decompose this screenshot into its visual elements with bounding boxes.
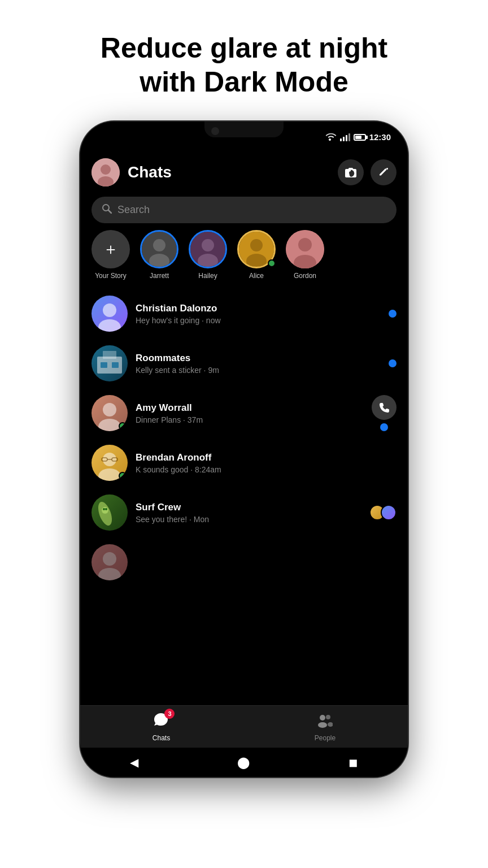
svg-rect-25: [103, 351, 116, 359]
story-avatar-jarrett[interactable]: [140, 230, 178, 268]
story-label-alice: Alice: [249, 272, 264, 280]
nav-item-people[interactable]: People: [315, 712, 336, 742]
chat-item-surf[interactable]: Surf Crew See you there! · Mon: [80, 488, 408, 537]
battery-icon: [354, 134, 366, 141]
compose-button[interactable]: [371, 159, 396, 185]
chat-avatar-christian: [91, 296, 128, 332]
status-right: 12:30: [325, 132, 391, 142]
home-button[interactable]: ⬤: [237, 756, 250, 769]
chat-list: Christian Dalonzo Hey how's it going · n…: [80, 289, 408, 705]
svg-point-27: [103, 403, 116, 416]
add-story-btn[interactable]: ＋: [91, 230, 130, 268]
story-avatar-alice[interactable]: [237, 230, 276, 268]
surf-group-avatars: [369, 505, 396, 520]
chat-info-amy: Amy Worrall Dinner Plans · 37m: [136, 402, 364, 424]
svg-point-19: [103, 303, 116, 317]
svg-rect-24: [112, 362, 119, 368]
story-item-gordon[interactable]: Gordon: [286, 230, 324, 280]
svg-point-3: [349, 171, 352, 175]
chat-preview-amy: Dinner Plans · 37m: [136, 415, 364, 424]
chat-name-roommates: Roommates: [136, 353, 381, 364]
chats-badge: 3: [164, 709, 175, 719]
story-item-alice[interactable]: Alice: [237, 230, 276, 280]
chat-meta-surf: [369, 505, 396, 520]
unread-dot-amy: [380, 423, 388, 431]
page-headline: Reduce glare at night with Dark Mode: [55, 0, 433, 121]
chats-nav-label: Chats: [152, 734, 170, 742]
story-label-jarrett: Jarrett: [150, 272, 169, 280]
svg-point-43: [320, 715, 325, 721]
svg-point-28: [98, 419, 121, 431]
chat-preview-christian: Hey how's it going · now: [136, 316, 381, 325]
chats-nav-icon: 3: [153, 712, 169, 732]
story-avatar-hailey[interactable]: [189, 230, 227, 268]
chat-avatar-roommates: [91, 345, 128, 381]
nav-item-chats[interactable]: 3 Chats: [152, 712, 170, 742]
story-label-gordon: Gordon: [294, 272, 316, 280]
story-item-hailey[interactable]: Hailey: [189, 230, 227, 280]
self-avatar[interactable]: [91, 158, 120, 186]
call-button-amy[interactable]: [372, 395, 396, 420]
phone-shell: 12:30 Chats: [80, 121, 408, 777]
svg-point-16: [298, 238, 312, 251]
headline-line2: with Dark Mode: [140, 66, 348, 98]
svg-point-42: [98, 568, 121, 580]
chat-meta-amy: [372, 395, 396, 431]
chat-preview-roommates: Kelly sent a sticker · 9m: [136, 366, 381, 375]
chat-item-brendan[interactable]: Brendan Aronoff K sounds good · 8:24am: [80, 438, 408, 488]
unread-dot-christian: [389, 310, 396, 318]
phone-device: 12:30 Chats: [80, 121, 408, 777]
story-item-your-story[interactable]: ＋ Your Story: [91, 230, 130, 280]
chat-info-christian: Christian Dalonzo Hey how's it going · n…: [136, 303, 381, 325]
svg-point-46: [328, 722, 333, 727]
camera-button[interactable]: [338, 159, 364, 185]
app-content: Chats: [80, 153, 408, 777]
bottom-nav: 3 Chats People: [80, 705, 408, 748]
svg-point-44: [318, 722, 327, 728]
recents-button[interactable]: ◼: [348, 756, 358, 769]
svg-point-37: [102, 507, 108, 514]
chat-name-surf: Surf Crew: [136, 502, 361, 513]
chat-info-brendan: Brendan Aronoff K sounds good · 8:24am: [136, 452, 389, 474]
chat-preview-surf: See you there! · Mon: [136, 515, 361, 524]
svg-point-1: [101, 164, 111, 175]
chat-info-surf: Surf Crew See you there! · Mon: [136, 502, 361, 524]
chat-name-brendan: Brendan Aronoff: [136, 452, 389, 463]
chat-item-partial[interactable]: [80, 537, 408, 587]
chat-item-roommates[interactable]: Roommates Kelly sent a sticker · 9m: [80, 338, 408, 388]
chat-avatar-surf: [91, 494, 128, 531]
search-placeholder: Search: [117, 204, 150, 216]
search-bar[interactable]: Search: [91, 197, 396, 223]
signal-icon: [340, 133, 350, 141]
chat-avatar-brendan: [91, 445, 128, 481]
svg-point-41: [103, 552, 116, 566]
svg-line-5: [108, 210, 111, 213]
story-label-your-story: Your Story: [95, 272, 127, 280]
headline-line1: Reduce glare at night: [101, 32, 387, 64]
svg-point-20: [98, 319, 121, 332]
camera-hole: [211, 127, 219, 135]
search-icon: [102, 203, 112, 216]
app-header: Chats: [80, 153, 408, 192]
chat-item-amy[interactable]: Amy Worrall Dinner Plans · 37m: [80, 388, 408, 438]
chat-name-christian: Christian Dalonzo: [136, 303, 381, 314]
chat-meta-roommates: [389, 359, 396, 367]
chat-avatar-partial: [91, 544, 128, 580]
svg-point-31: [98, 468, 121, 481]
svg-rect-23: [101, 362, 107, 368]
people-nav-icon: [317, 712, 333, 732]
svg-point-45: [326, 715, 330, 719]
chat-name-amy: Amy Worrall: [136, 402, 364, 414]
story-avatar-gordon[interactable]: [286, 230, 324, 268]
back-button[interactable]: ◀: [130, 756, 138, 769]
header-actions: [338, 159, 396, 185]
story-item-jarrett[interactable]: Jarrett: [140, 230, 178, 280]
story-label-hailey: Hailey: [198, 272, 217, 280]
chat-info-roommates: Roommates Kelly sent a sticker · 9m: [136, 353, 381, 375]
chat-avatar-amy: [91, 395, 128, 431]
system-bar: ◀ ⬤ ◼: [80, 748, 408, 777]
chat-item-christian[interactable]: Christian Dalonzo Hey how's it going · n…: [80, 289, 408, 338]
chat-meta-christian: [389, 310, 396, 318]
svg-point-39: [103, 508, 105, 510]
wifi-icon: [325, 133, 337, 141]
